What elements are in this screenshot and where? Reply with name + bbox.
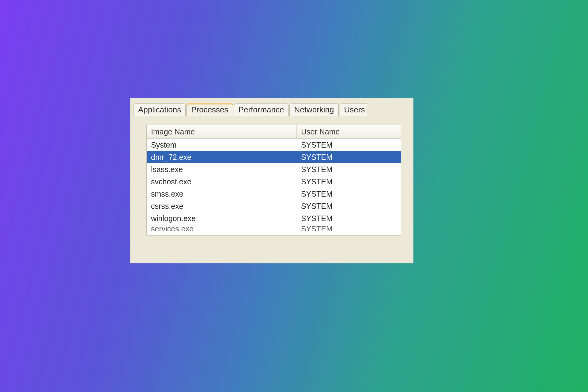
tab-networking[interactable]: Networking xyxy=(289,104,338,116)
listview-header: Image Name User Name xyxy=(147,125,401,139)
table-row[interactable]: services.exe SYSTEM xyxy=(147,224,401,231)
cell-image-name: winlogon.exe xyxy=(147,214,297,223)
tab-processes[interactable]: Processes xyxy=(187,104,233,116)
table-row[interactable]: svchost.exe SYSTEM xyxy=(147,175,401,188)
page-background: Applications Processes Performance Netwo… xyxy=(0,0,588,392)
tab-performance[interactable]: Performance xyxy=(234,104,289,116)
cell-user-name: SYSTEM xyxy=(297,190,399,198)
table-row[interactable]: dmr_72.exe SYSTEM xyxy=(147,151,401,163)
cell-user-name: SYSTEM xyxy=(297,153,399,162)
cell-image-name: csrss.exe xyxy=(147,202,297,211)
tab-strip: Applications Processes Performance Netwo… xyxy=(130,98,413,116)
tab-content-processes: Image Name User Name System SYSTEM dmr_7… xyxy=(130,116,413,257)
cell-user-name: SYSTEM xyxy=(297,141,399,149)
table-row[interactable]: smss.exe SYSTEM xyxy=(147,188,401,200)
cell-user-name: SYSTEM xyxy=(297,202,399,211)
cell-image-name: svchost.exe xyxy=(147,177,297,186)
table-row[interactable]: winlogon.exe SYSTEM xyxy=(147,212,401,224)
task-manager-window: Applications Processes Performance Netwo… xyxy=(130,98,413,263)
table-row[interactable]: csrss.exe SYSTEM xyxy=(147,200,401,212)
table-row[interactable]: lsass.exe SYSTEM xyxy=(147,163,401,175)
cell-image-name: System xyxy=(147,141,297,149)
column-header-user-name[interactable]: User Name xyxy=(297,125,399,138)
cell-image-name: services.exe xyxy=(147,224,297,231)
table-row[interactable]: System SYSTEM xyxy=(147,139,401,151)
cell-image-name: lsass.exe xyxy=(147,165,297,174)
cell-image-name: smss.exe xyxy=(147,190,297,198)
tab-applications[interactable]: Applications xyxy=(134,104,186,116)
tab-users[interactable]: Users xyxy=(340,104,367,116)
cell-user-name: SYSTEM xyxy=(297,177,399,186)
process-listview[interactable]: Image Name User Name System SYSTEM dmr_7… xyxy=(146,125,401,236)
column-header-image-name[interactable]: Image Name xyxy=(147,125,297,138)
cell-image-name: dmr_72.exe xyxy=(147,153,297,162)
cell-user-name: SYSTEM xyxy=(297,214,399,223)
listview-rows: System SYSTEM dmr_72.exe SYSTEM lsass.ex… xyxy=(147,139,401,231)
cell-user-name: SYSTEM xyxy=(297,224,399,231)
cell-user-name: SYSTEM xyxy=(297,165,399,174)
